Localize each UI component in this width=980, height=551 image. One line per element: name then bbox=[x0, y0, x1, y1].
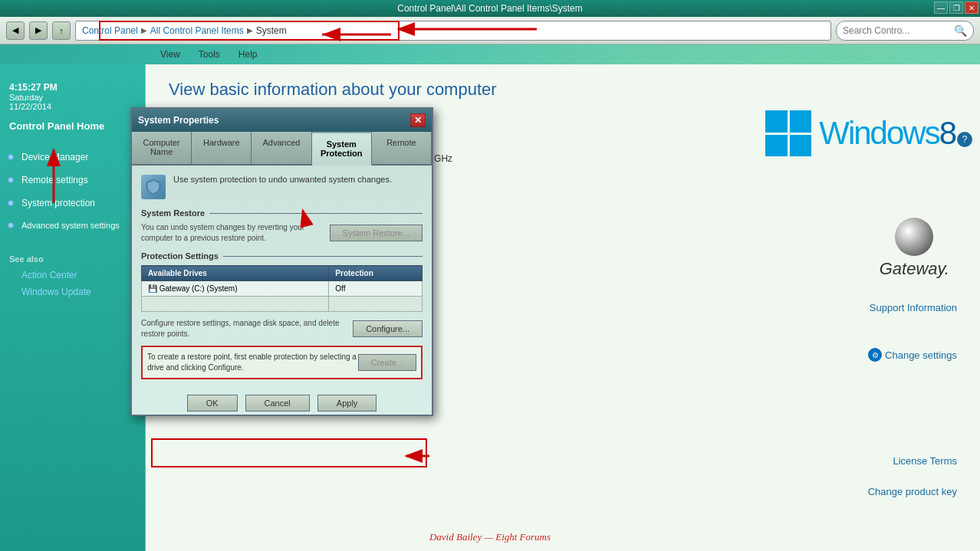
system-restore-section: System Restore You can undo system chang… bbox=[141, 208, 423, 244]
change-settings-row: ⚙ Change settings bbox=[868, 348, 957, 362]
gateway-ball-icon bbox=[895, 218, 933, 256]
restore-button[interactable]: ❐ bbox=[949, 2, 963, 14]
configure-button[interactable]: Configure... bbox=[353, 320, 423, 337]
date: 11/22/2014 bbox=[9, 102, 136, 111]
breadcrumb[interactable]: Control Panel ▶ All Control Panel Items … bbox=[75, 21, 831, 41]
apply-button[interactable]: Apply bbox=[317, 395, 377, 412]
configure-row: Configure restore settings, manage disk … bbox=[141, 318, 423, 339]
sidebar-item-system-protection[interactable]: System protection bbox=[0, 192, 145, 215]
sidebar-dot-4 bbox=[8, 222, 14, 228]
dialog-info-row: Use system protection to undo unwanted s… bbox=[141, 175, 423, 199]
shield-icon bbox=[146, 179, 161, 195]
gateway-logo: Gateway. bbox=[880, 218, 949, 279]
menu-help[interactable]: Help bbox=[230, 46, 266, 63]
up-button[interactable]: ↑ bbox=[52, 21, 71, 40]
drive-protection-1: Off bbox=[329, 281, 423, 297]
change-settings-icon: ⚙ bbox=[868, 348, 882, 362]
support-info-link[interactable]: Support Information bbox=[870, 302, 957, 313]
dialog-bottom-buttons: OK Cancel Apply bbox=[132, 389, 432, 415]
time: 4:15:27 PM bbox=[9, 82, 136, 93]
license-terms-link[interactable]: License Terms bbox=[893, 455, 957, 467]
page-title: View basic information about your comput… bbox=[169, 80, 957, 100]
drive-icon: 💾 bbox=[148, 284, 159, 293]
system-restore-button[interactable]: System Restore... bbox=[330, 225, 423, 241]
win8-text-group: Windows 8 bbox=[819, 115, 957, 152]
win-sq-4 bbox=[790, 135, 812, 157]
sidebar-label-remote-settings: Remote settings bbox=[21, 175, 88, 185]
dialog-body: Use system protection to undo unwanted s… bbox=[132, 166, 432, 389]
breadcrumb-arrow-1: ▶ bbox=[141, 26, 147, 34]
restore-row: You can undo system changes by reverting… bbox=[141, 222, 423, 244]
col-protection: Protection bbox=[329, 266, 423, 281]
title-bar: Control Panel\All Control Panel Items\Sy… bbox=[0, 0, 980, 17]
breadcrumb-system[interactable]: System bbox=[256, 25, 287, 36]
windows-eight: 8 bbox=[939, 115, 957, 152]
system-restore-desc: You can undo system changes by reverting… bbox=[141, 222, 324, 244]
sidebar-label-system-protection: System protection bbox=[21, 198, 95, 208]
dialog-title: System Properties bbox=[138, 115, 219, 126]
breadcrumb-arrow-2: ▶ bbox=[247, 26, 253, 34]
search-input[interactable] bbox=[843, 25, 954, 36]
protection-table: Available Drives Protection 💾 Gateway (C… bbox=[141, 265, 423, 312]
minimize-button[interactable]: — bbox=[934, 2, 948, 14]
dialog-close-button[interactable]: ✕ bbox=[410, 113, 426, 127]
sidebar-item-advanced-settings[interactable]: Advanced system settings bbox=[0, 215, 145, 236]
breadcrumb-controlpanel[interactable]: Control Panel bbox=[82, 25, 138, 36]
create-restore-box: To create a restore point, first enable … bbox=[141, 346, 423, 379]
day: Saturday bbox=[9, 93, 136, 102]
address-bar: ◀ ▶ ↑ Control Panel ▶ All Control Panel … bbox=[0, 17, 980, 44]
menu-view[interactable]: View bbox=[152, 46, 189, 63]
tab-system-protection[interactable]: System Protection bbox=[312, 132, 372, 166]
gateway-text: Gateway. bbox=[880, 259, 949, 279]
sidebar-item-device-manager[interactable]: Device Manager bbox=[0, 146, 145, 169]
sidebar-dot-2 bbox=[8, 177, 14, 183]
tab-remote[interactable]: Remote bbox=[372, 132, 432, 164]
tab-hardware[interactable]: Hardware bbox=[192, 132, 252, 164]
sidebar-header[interactable]: Control Panel Home bbox=[0, 114, 145, 138]
tab-computer-name[interactable]: Computer Name bbox=[132, 132, 192, 164]
drive-row-empty bbox=[142, 297, 423, 312]
configure-desc: Configure restore settings, manage disk … bbox=[141, 318, 353, 339]
search-icon[interactable]: 🔍 bbox=[954, 25, 967, 37]
sidebar-item-remote-settings[interactable]: Remote settings bbox=[0, 169, 145, 192]
window-title: Control Panel\All Control Panel Items\Sy… bbox=[397, 3, 582, 14]
protection-settings-section: Protection Settings Available Drives Pro… bbox=[141, 251, 423, 339]
windows-logo-squares bbox=[765, 110, 811, 156]
change-settings-label[interactable]: Change settings bbox=[885, 349, 957, 361]
breadcrumb-allitems[interactable]: All Control Panel Items bbox=[150, 25, 244, 36]
windows-update-link[interactable]: Windows Update bbox=[0, 284, 145, 300]
forward-button[interactable]: ▶ bbox=[29, 21, 48, 40]
tab-advanced[interactable]: Advanced bbox=[252, 132, 311, 164]
win-sq-3 bbox=[765, 135, 788, 157]
menu-tools[interactable]: Tools bbox=[190, 46, 229, 63]
drive-row-1[interactable]: 💾 Gateway (C:) (System) Off bbox=[142, 281, 423, 297]
drive-empty-1 bbox=[142, 297, 329, 312]
sidebar-dot-3 bbox=[8, 200, 14, 206]
sidebar: 4:15:27 PM Saturday 11/22/2014 Control P… bbox=[0, 64, 146, 551]
system-properties-dialog: System Properties ✕ Computer Name Hardwa… bbox=[130, 107, 433, 416]
sidebar-label-advanced: Advanced system settings bbox=[21, 221, 120, 230]
action-center-link[interactable]: Action Center bbox=[0, 267, 145, 284]
sidebar-dot-1 bbox=[8, 154, 14, 160]
windows8-logo: Windows 8 bbox=[765, 110, 957, 156]
system-restore-title: System Restore bbox=[141, 208, 423, 218]
back-button[interactable]: ◀ bbox=[6, 21, 25, 40]
windows-text: Windows bbox=[819, 115, 939, 152]
protection-settings-title: Protection Settings bbox=[141, 251, 423, 261]
create-button[interactable]: Create... bbox=[358, 354, 416, 371]
ok-button[interactable]: OK bbox=[187, 395, 238, 412]
win-sq-2 bbox=[790, 110, 812, 133]
cancel-button[interactable]: Cancel bbox=[245, 395, 310, 412]
protection-icon bbox=[141, 175, 166, 199]
change-product-key-link[interactable]: Change product key bbox=[868, 486, 957, 497]
close-button[interactable]: ✕ bbox=[965, 2, 978, 14]
see-also-section: See also bbox=[0, 251, 145, 267]
menu-bar: View Tools Help bbox=[146, 44, 759, 64]
col-available-drives: Available Drives bbox=[142, 266, 329, 281]
help-button[interactable]: ? bbox=[957, 132, 972, 147]
title-bar-controls: — ❐ ✕ bbox=[934, 2, 978, 14]
search-box[interactable]: 🔍 bbox=[836, 21, 974, 41]
table-header-row: Available Drives Protection bbox=[142, 266, 423, 281]
drive-name-1: 💾 Gateway (C:) (System) bbox=[142, 281, 329, 297]
dialog-title-bar: System Properties ✕ bbox=[132, 109, 432, 132]
